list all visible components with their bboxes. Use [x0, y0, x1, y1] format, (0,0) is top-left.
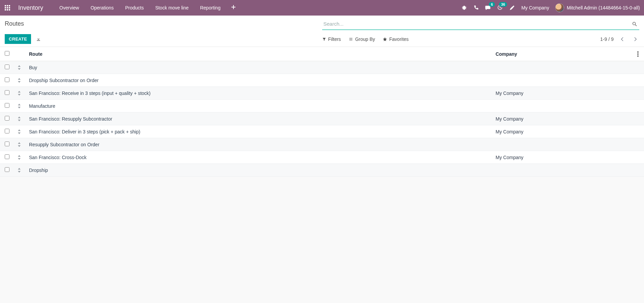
groupby-button[interactable]: Group By [348, 36, 375, 42]
route-cell[interactable]: Manufacture [26, 100, 492, 112]
svg-marker-22 [18, 117, 21, 118]
svg-point-9 [633, 22, 636, 25]
row-checkbox[interactable] [5, 65, 9, 69]
drag-handle-icon[interactable] [18, 78, 22, 83]
svg-marker-21 [18, 107, 21, 108]
row-checkbox[interactable] [5, 167, 9, 172]
company-cell [492, 61, 634, 74]
table-row[interactable]: San Francisco: Resupply SubcontractorMy … [0, 112, 644, 125]
company-cell: My Company [492, 112, 634, 125]
user-name: Mitchell Admin (14484664-15-0-all) [567, 5, 640, 10]
star-icon [383, 37, 387, 42]
svg-marker-16 [18, 78, 21, 80]
route-cell[interactable]: Dropship Subcontractor on Order [26, 74, 492, 87]
row-checkbox[interactable] [5, 90, 9, 95]
download-icon[interactable] [34, 35, 43, 43]
svg-marker-30 [18, 168, 21, 170]
cp-row-top: Routes [5, 19, 639, 30]
svg-marker-19 [18, 94, 21, 96]
tools-icon[interactable] [509, 5, 515, 11]
company-cell: My Company [492, 125, 634, 138]
svg-rect-4 [7, 7, 8, 8]
drag-handle-icon[interactable] [18, 168, 22, 173]
table-row[interactable]: Dropship Subcontractor on Order [0, 74, 644, 87]
apps-icon[interactable] [4, 4, 11, 11]
app-title[interactable]: Inventory [16, 4, 46, 11]
user-menu[interactable]: Mitchell Admin (14484664-15-0-all) [555, 3, 640, 12]
main-menu: Overview Operations Products Stock move … [54, 3, 240, 12]
menu-products[interactable]: Products [120, 3, 149, 12]
cp-row-bottom: CREATE Filters Group By [5, 34, 639, 44]
route-cell[interactable]: Buy [26, 61, 492, 74]
drag-handle-icon[interactable] [18, 65, 22, 70]
svg-point-12 [637, 53, 639, 55]
row-checkbox[interactable] [5, 77, 9, 82]
menu-stock-move-line[interactable]: Stock move line [150, 3, 194, 12]
messages-icon[interactable]: 6 [485, 5, 491, 11]
svg-marker-26 [18, 142, 21, 144]
table-row[interactable]: San Francisco: Receive in 3 steps (input… [0, 87, 644, 100]
menu-reporting[interactable]: Reporting [195, 3, 226, 12]
add-menu-icon[interactable] [227, 3, 240, 12]
route-cell[interactable]: Dropship [26, 164, 492, 177]
company-cell: My Company [492, 87, 634, 100]
company-switcher[interactable]: My Company [521, 5, 549, 10]
col-select-all [0, 47, 14, 61]
search-input[interactable] [322, 19, 630, 29]
col-company[interactable]: Company [492, 47, 634, 61]
menu-overview[interactable]: Overview [54, 3, 84, 12]
svg-rect-0 [5, 5, 6, 6]
table-row[interactable]: Buy [0, 61, 644, 74]
filters-label: Filters [328, 36, 341, 42]
svg-marker-27 [18, 145, 21, 147]
route-cell[interactable]: San Francisco: Resupply Subcontractor [26, 112, 492, 125]
drag-handle-icon[interactable] [18, 117, 22, 121]
phone-icon[interactable] [473, 5, 479, 10]
svg-marker-24 [18, 129, 21, 131]
pager-next[interactable] [631, 35, 639, 43]
activities-icon[interactable]: 36 [497, 5, 503, 11]
company-cell: My Company [492, 151, 634, 164]
table-row[interactable]: San Francisco: Deliver in 3 steps (pick … [0, 125, 644, 138]
table-row[interactable]: San Francisco: Cross-DockMy Company [0, 151, 644, 164]
svg-marker-29 [18, 158, 21, 160]
columns-kebab-icon[interactable] [637, 51, 641, 57]
row-checkbox[interactable] [5, 142, 9, 146]
table-row[interactable]: Manufacture [0, 100, 644, 112]
row-checkbox[interactable] [5, 129, 9, 133]
drag-handle-icon[interactable] [18, 155, 22, 160]
row-checkbox[interactable] [5, 116, 9, 121]
drag-handle-icon[interactable] [18, 104, 22, 108]
favorites-button[interactable]: Favorites [383, 36, 409, 42]
drag-handle-icon[interactable] [18, 91, 22, 96]
drag-handle-icon[interactable] [18, 129, 22, 134]
pager-prev[interactable] [618, 35, 626, 43]
filters-button[interactable]: Filters [322, 36, 341, 42]
table-row[interactable]: Resupply Subcontractor on Order [0, 138, 644, 151]
breadcrumb: Routes [5, 19, 322, 27]
route-cell[interactable]: San Francisco: Cross-Dock [26, 151, 492, 164]
row-checkbox[interactable] [5, 154, 9, 159]
list-view: Route Company BuyDropship Subcontractor … [0, 47, 644, 177]
svg-point-11 [637, 51, 639, 53]
route-cell[interactable]: Resupply Subcontractor on Order [26, 138, 492, 151]
pager-text: 1-9 / 9 [600, 36, 614, 42]
select-all-checkbox[interactable] [5, 51, 9, 56]
pager: 1-9 / 9 [600, 35, 639, 43]
svg-line-10 [635, 25, 637, 26]
col-route[interactable]: Route [26, 47, 492, 61]
svg-marker-23 [18, 120, 21, 121]
drag-handle-icon[interactable] [18, 142, 22, 147]
company-cell [492, 164, 634, 177]
route-cell[interactable]: San Francisco: Deliver in 3 steps (pick … [26, 125, 492, 138]
create-button[interactable]: CREATE [5, 34, 31, 44]
route-cell[interactable]: San Francisco: Receive in 3 steps (input… [26, 87, 492, 100]
col-options [634, 47, 644, 61]
debug-icon[interactable] [461, 5, 467, 11]
navbar-right: 6 36 My Company Mitchell Admin (14484664… [461, 3, 640, 12]
menu-operations[interactable]: Operations [85, 3, 119, 12]
search-icon[interactable] [630, 20, 639, 28]
row-checkbox[interactable] [5, 103, 9, 108]
svg-rect-3 [5, 7, 6, 8]
table-row[interactable]: Dropship [0, 164, 644, 177]
